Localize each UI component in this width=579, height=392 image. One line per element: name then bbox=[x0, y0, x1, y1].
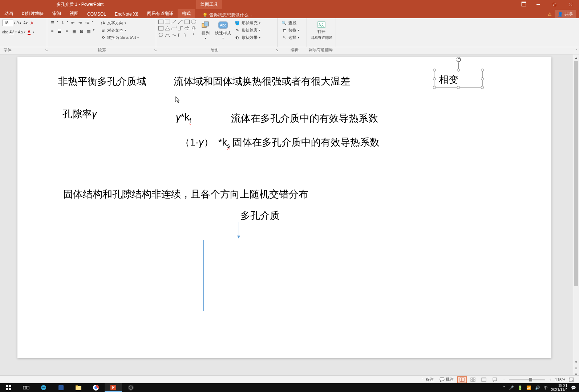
slide-sorter-view-button[interactable] bbox=[468, 376, 478, 383]
zoom-in-button[interactable]: + bbox=[547, 377, 553, 382]
dropdown-caret-icon[interactable]: ▾ bbox=[93, 28, 94, 34]
slide-workspace[interactable]: 非热平衡多孔介质域 流体域和固体域换热很强或者有很大温差 相变 孔隙率γ γ*k… bbox=[0, 54, 579, 377]
replace-button[interactable]: ⇄替换 ▾ bbox=[280, 27, 300, 33]
shape-connector-icon[interactable] bbox=[171, 26, 177, 30]
tab-youdao[interactable]: 网易有道翻译 bbox=[143, 9, 178, 18]
dropdown-caret-icon[interactable]: ▾ bbox=[67, 20, 68, 25]
resize-handle-se[interactable] bbox=[481, 86, 484, 89]
wifi-icon[interactable]: 📶 bbox=[526, 385, 531, 390]
convert-to-smartart-button[interactable]: ⟲转换为 SmartArt ▾ bbox=[99, 34, 140, 41]
shape-arrow-line-icon[interactable] bbox=[178, 20, 183, 24]
comments-button[interactable]: 💬批注 bbox=[437, 377, 456, 382]
dropdown-caret-icon[interactable]: ▾ bbox=[24, 30, 25, 34]
zoom-level[interactable]: 115% bbox=[555, 377, 565, 382]
text-direction-button[interactable]: ↕A文字方向 ▾ bbox=[99, 20, 140, 26]
resize-handle-e[interactable] bbox=[481, 77, 484, 80]
text-non-thermal-equilibrium[interactable]: 非热平衡多孔介质域 bbox=[58, 75, 146, 88]
character-spacing-icon[interactable]: AV bbox=[9, 29, 15, 35]
resize-handle-n[interactable] bbox=[457, 69, 460, 72]
text-phase-change[interactable]: 相变 bbox=[439, 73, 458, 86]
tab-view[interactable]: 视图 bbox=[65, 9, 83, 18]
shape-arc-icon[interactable] bbox=[165, 33, 170, 37]
tab-review[interactable]: 审阅 bbox=[48, 9, 65, 18]
shape-line-icon[interactable] bbox=[171, 20, 177, 24]
rotation-handle-icon[interactable] bbox=[456, 57, 461, 62]
clear-formatting-icon[interactable]: A̸ bbox=[29, 20, 35, 26]
tab-slideshow[interactable]: 幻灯片放映 bbox=[17, 9, 48, 18]
change-case-icon[interactable]: Aa bbox=[17, 29, 23, 35]
tab-format[interactable]: 格式 bbox=[178, 9, 195, 18]
dropdown-caret-icon[interactable]: ▾ bbox=[33, 30, 34, 34]
text-porosity[interactable]: 孔隙率γ bbox=[62, 107, 97, 121]
align-center-icon[interactable]: ☰ bbox=[57, 28, 62, 34]
ribbon-display-options-icon[interactable] bbox=[521, 1, 526, 8]
decrease-indent-icon[interactable]: ⇤ bbox=[70, 20, 76, 25]
text-fluid-solid-heat[interactable]: 流体域和固体域换热很强或者有很大温差 bbox=[174, 75, 350, 88]
text-porous-media-label[interactable]: 多孔介质 bbox=[240, 209, 280, 222]
shape-outline-button[interactable]: ✎形状轮廓 ▾ bbox=[233, 27, 262, 33]
zoom-slider[interactable] bbox=[509, 379, 545, 380]
line-spacing-icon[interactable]: ↕≡ bbox=[84, 20, 90, 25]
arrange-button[interactable]: 排列 ▾ bbox=[198, 20, 213, 40]
task-view-button[interactable] bbox=[17, 383, 35, 392]
resize-handle-s[interactable] bbox=[457, 86, 460, 89]
font-size-input[interactable] bbox=[2, 20, 13, 26]
dialog-launcher-icon[interactable]: ↘ bbox=[154, 48, 157, 52]
shape-textbox-vert-icon[interactable] bbox=[165, 20, 170, 24]
text-fluid-effective-conductivity[interactable]: 流体在多孔介质中的有效导热系数 bbox=[231, 112, 378, 125]
taskbar-file-explorer[interactable] bbox=[70, 383, 87, 392]
justify-icon[interactable]: ▦ bbox=[71, 28, 77, 34]
shape-rect2-icon[interactable] bbox=[158, 26, 163, 30]
numbering-icon[interactable]: ⒈ bbox=[60, 20, 65, 25]
tab-animation[interactable]: 动画 bbox=[0, 9, 17, 18]
start-button[interactable] bbox=[0, 383, 17, 392]
dialog-launcher-icon[interactable]: ↘ bbox=[45, 48, 48, 52]
increase-indent-icon[interactable]: ⇥ bbox=[77, 20, 83, 25]
shape-arrow-right-icon[interactable] bbox=[185, 26, 190, 30]
equation-fluid-conductivity[interactable]: γ*kf bbox=[176, 112, 191, 124]
taskbar-clock[interactable]: 18:21 2021/11/4 bbox=[551, 384, 568, 392]
ime-indicator[interactable]: 中 bbox=[544, 385, 548, 391]
increase-font-icon[interactable]: A▴ bbox=[16, 20, 22, 26]
shape-arrow-down-icon[interactable] bbox=[191, 26, 196, 30]
resize-handle-sw[interactable] bbox=[433, 86, 436, 89]
previous-slide-icon[interactable]: ≙ bbox=[573, 365, 579, 371]
dialog-launcher-icon[interactable]: ↘ bbox=[276, 48, 279, 52]
zoom-slider-thumb[interactable] bbox=[529, 378, 532, 381]
font-color-icon[interactable]: A bbox=[26, 29, 32, 35]
slide-canvas[interactable]: 非热平衡多孔介质域 流体域和固体域换热很强或者有很大温差 相变 孔隙率γ γ*k… bbox=[17, 57, 551, 358]
shape-triangle-icon[interactable] bbox=[165, 26, 170, 30]
selected-textbox[interactable]: 相变 bbox=[434, 70, 483, 88]
zoom-out-button[interactable]: − bbox=[501, 377, 507, 382]
bullets-icon[interactable]: ≣ bbox=[49, 20, 55, 25]
battery-icon[interactable]: 🔋 bbox=[518, 385, 523, 390]
text-structure-description[interactable]: 固体结构和孔隙结构非连续，且各个方向上随机交错分布 bbox=[63, 188, 308, 201]
shape-brace-right-icon[interactable]: } bbox=[185, 33, 190, 37]
notes-button[interactable]: ≐备注 bbox=[419, 377, 436, 382]
quick-styles-button[interactable]: Abc 快速样式 ▾ bbox=[214, 20, 232, 40]
action-center-icon[interactable]: 💬 bbox=[571, 385, 576, 390]
minimize-button[interactable] bbox=[530, 0, 546, 9]
normal-view-button[interactable] bbox=[457, 376, 467, 383]
collapse-ribbon-icon[interactable]: ˄ bbox=[576, 49, 578, 53]
shape-connector2-icon[interactable] bbox=[178, 26, 183, 30]
maximize-button[interactable] bbox=[546, 0, 563, 9]
taskbar-powerpoint[interactable]: P bbox=[105, 383, 122, 392]
tab-comsol[interactable]: COMSOL bbox=[83, 10, 110, 18]
diagram-arrow-head-icon[interactable] bbox=[237, 236, 240, 238]
resize-handle-ne[interactable] bbox=[481, 69, 484, 72]
share-button[interactable]: 👤 共享 bbox=[555, 10, 576, 18]
tab-endnote[interactable]: EndNote X8 bbox=[110, 10, 143, 18]
open-youdao-button[interactable]: A文 打开 网易有道翻译 bbox=[309, 20, 333, 40]
shape-wave-icon[interactable] bbox=[171, 33, 177, 37]
columns-icon[interactable]: ▥ bbox=[86, 28, 92, 34]
shape-rect-icon[interactable] bbox=[185, 20, 190, 24]
fit-to-window-button[interactable] bbox=[567, 376, 576, 383]
resize-handle-w[interactable] bbox=[433, 77, 436, 80]
shape-textbox-icon[interactable] bbox=[158, 20, 163, 24]
slideshow-view-button[interactable] bbox=[490, 376, 499, 383]
select-button[interactable]: ↖选择 ▾ bbox=[280, 34, 300, 41]
tray-expand-icon[interactable]: ˄ bbox=[503, 385, 505, 390]
shapes-gallery[interactable]: { } ≡ bbox=[158, 20, 197, 38]
scroll-up-icon[interactable]: ▲ bbox=[573, 54, 579, 61]
